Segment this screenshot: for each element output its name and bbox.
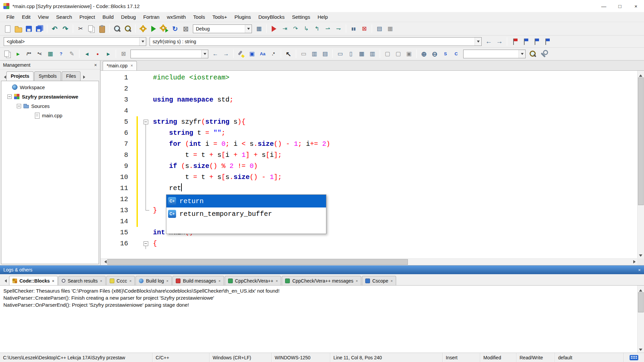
code-text[interactable]: ret [150,183,182,194]
undo-icon[interactable]: ↶ [50,24,60,34]
scroll-right-icon[interactable] [631,259,637,265]
code-line[interactable]: 11 ret [101,183,637,194]
menu-debug[interactable]: Debug [117,13,140,21]
jump-forward-icon[interactable]: ▶ [103,49,113,59]
sizer-flex-icon[interactable]: ▥ [367,49,377,59]
line-number[interactable]: 13 [101,205,133,216]
code-line[interactable]: 8 t = t + s[i + 1] + s[i]; [101,149,637,161]
tab-scroll-left-icon[interactable] [1,73,6,81]
code-area[interactable]: 1#include <iostream>23using namespace st… [101,71,644,265]
menu-help[interactable]: Help [314,13,332,21]
tree-expander-icon[interactable] [17,104,21,108]
log-tab-cppcheck[interactable]: CppCheck/Vera++ × [225,276,281,285]
chevron-down-icon[interactable] [475,38,481,46]
code-line[interactable]: 7 for (int i = 0; i < s.size() - 1; i+= … [101,138,637,149]
chevron-down-icon[interactable] [201,50,208,58]
goto-forward-icon[interactable]: → [494,37,504,46]
close-log-tab-icon[interactable]: × [390,279,392,283]
swap-source-icon[interactable]: S [440,49,450,59]
line-number[interactable]: 3 [101,94,133,105]
code-text[interactable]: } [150,205,157,216]
line-number[interactable]: 7 [101,138,133,149]
break-debugger-icon[interactable]: ▮▮ [348,24,359,34]
widget-book-icon[interactable]: ▤ [320,49,330,59]
rebuild-icon[interactable]: ↻ [170,24,180,34]
close-button[interactable]: × [628,0,644,12]
close-log-tab-icon[interactable]: × [356,279,358,283]
log-tab-scroll-left-icon[interactable] [2,277,8,285]
line-number[interactable]: 16 [101,238,133,249]
line-number[interactable]: 14 [101,216,133,227]
find-in-files-icon[interactable] [528,49,538,59]
new-file-icon[interactable] [2,24,12,34]
close-log-tab-icon[interactable]: × [129,279,131,283]
code-line[interactable]: 1#include <iostream> [101,72,637,83]
code-text[interactable]: if (s.size() % 2 != 0) [150,161,258,172]
sizer-grid-icon[interactable]: ▦ [357,49,367,59]
incremental-search-combo[interactable] [130,50,208,58]
tree-item-workspace[interactable]: Workspace [1,82,99,92]
comment-block-icon[interactable]: /** [24,49,34,59]
goto-back-icon[interactable]: ← [484,37,494,46]
jump-back-icon[interactable]: ◀ [82,49,92,59]
run-to-cursor-icon[interactable]: ⇥ [280,24,290,34]
stop-debugger-icon[interactable]: ⊠ [359,24,369,34]
pointer-tool-icon[interactable]: ↖ [283,49,293,59]
vertical-scrollbar-thumb[interactable] [638,77,644,205]
doxyblocks-config-icon[interactable]: ✎ [67,49,77,59]
tab-projects[interactable]: Projects [6,71,34,81]
cut-icon[interactable]: ✂ [75,24,86,34]
tree-item-project[interactable]: Szyfry przestawieniowe [1,92,99,101]
menu-view[interactable]: View [34,13,52,21]
border-top-icon[interactable]: ▢ [393,49,403,59]
prev-bookmark-icon[interactable] [520,37,530,46]
code-line[interactable]: 6 string t = ""; [101,127,637,138]
line-number[interactable]: 4 [101,105,133,116]
toggle-bookmark-icon[interactable] [509,37,520,46]
close-log-tab-icon[interactable]: × [276,279,278,283]
widget-frame-icon[interactable]: ▭ [299,49,309,59]
log-tab-cppcheck-messages[interactable]: CppCheck/Vera++ messages × [282,276,361,285]
line-number[interactable]: 2 [101,83,133,94]
line-number[interactable]: 5 [101,116,133,127]
code-text[interactable] [150,194,153,205]
symbol-combo[interactable]: szyfr(string s) : string [150,37,482,46]
line-number[interactable]: 9 [101,161,133,172]
close-log-tab-icon[interactable]: × [52,279,54,283]
log-tab-build-messages[interactable]: Build messages × [172,276,224,285]
swap-header-icon[interactable]: C [451,49,461,59]
code-line[interactable]: 16{ [101,238,637,249]
log-tab-cccc[interactable]: Cccc × [106,276,135,285]
build-target-combo[interactable]: Debug [193,24,252,33]
copy-icon[interactable] [86,24,96,34]
editor-tab-main-cpp[interactable]: *main.cpp × [103,61,137,70]
menu-fortran[interactable]: Fortran [140,13,163,21]
border-left-icon[interactable]: ▢ [382,49,392,59]
menu-build[interactable]: Build [99,13,117,21]
tree-item-main-cpp[interactable]: main.cpp [1,111,99,120]
build-icon[interactable] [138,24,148,34]
menu-wxsmith[interactable]: wxSmith [163,13,190,21]
find-icon[interactable] [112,24,122,34]
log-tab-cscope[interactable]: Cscope × [362,276,396,285]
scroll-down-icon[interactable] [638,346,644,353]
select-occurrences-icon[interactable]: ▣ [247,49,257,59]
doxyblocks-view-icon[interactable]: ▶ [13,49,23,59]
code-line[interactable]: 2 [101,83,637,94]
line-number[interactable]: 15 [101,227,133,238]
doxyblocks-extract-icon[interactable] [2,49,12,59]
step-out-icon[interactable]: ↰ [312,24,322,34]
build-and-run-icon[interactable] [159,24,169,34]
fold-marker[interactable] [142,238,150,249]
line-number[interactable]: 11 [101,183,133,194]
fold-marker[interactable] [142,116,150,127]
menu-search[interactable]: Search [52,13,76,21]
horizontal-scrollbar-thumb[interactable] [107,259,408,265]
debugging-windows-icon[interactable]: ▤ [374,24,384,34]
minimize-button[interactable]: — [596,0,612,12]
tab-symbols[interactable]: Symbols [34,71,61,81]
code-text[interactable]: t = t + s[i + 1] + s[i]; [150,149,282,161]
tool-options-icon[interactable] [538,49,548,59]
abort-build-icon[interactable]: ⊠ [181,24,191,34]
incsearch-clear-icon[interactable]: ⊠ [118,49,128,59]
